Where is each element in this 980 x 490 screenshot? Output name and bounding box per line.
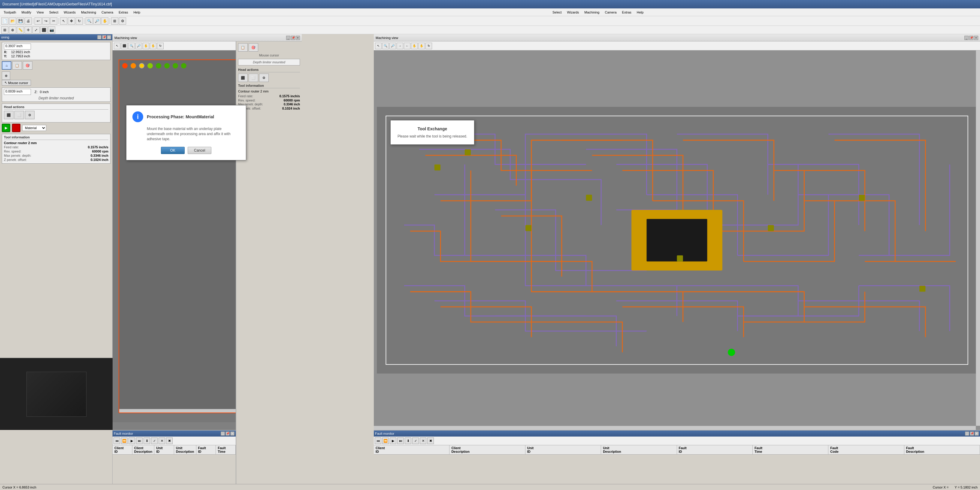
tb-cut[interactable]: ✂ — [50, 18, 57, 25]
tb-zoom-out[interactable]: 🔎 — [93, 18, 100, 25]
center-fault-minimize[interactable]: _ — [221, 431, 225, 436]
rv-pan2[interactable]: ✋ — [418, 43, 425, 49]
size-input[interactable]: 0.3937 inch — [4, 43, 31, 49]
center-view-minimize[interactable]: _ — [286, 36, 290, 40]
tb2-snap[interactable]: ⊕ — [9, 26, 16, 33]
tb-layers[interactable]: ⊞ — [111, 18, 118, 25]
crsp-head-3[interactable]: ⚙ — [259, 73, 269, 82]
tb-pan[interactable]: ✋ — [101, 18, 108, 25]
head-action-1-btn[interactable]: ⬛ — [4, 111, 14, 119]
center-fault-pin[interactable]: 📌 — [226, 431, 230, 436]
rfault-rewind[interactable]: ⏮ — [375, 438, 381, 444]
crsp-icon-1[interactable]: 📋 — [238, 43, 248, 52]
tb2-grid[interactable]: ⊞ — [1, 26, 8, 33]
rv-rotate[interactable]: ↻ — [425, 43, 432, 49]
board-icon-btn[interactable]: 📋 — [12, 61, 22, 70]
rv-zoom-out[interactable]: 🔎 — [390, 43, 396, 49]
cv-zoom-btn[interactable]: 🔍 — [128, 43, 135, 49]
menu-select[interactable]: Select — [47, 10, 61, 15]
left-panel-close[interactable]: × — [107, 35, 111, 39]
tb-redo[interactable]: ↪ — [42, 18, 49, 25]
tb2-camera[interactable]: 📷 — [48, 26, 55, 33]
fault-cancel-x[interactable]: ✕ — [159, 438, 165, 444]
tb2-move2[interactable]: ⤢ — [32, 26, 40, 33]
tb-print[interactable]: 🖨 — [25, 18, 32, 25]
menu-view[interactable]: View — [34, 10, 46, 15]
target-icon-btn[interactable]: 🎯 — [23, 61, 32, 70]
rv-back[interactable]: ← — [404, 43, 410, 49]
fault-cross[interactable]: ✖ — [166, 438, 173, 444]
speed-input[interactable]: 0.0039 inch — [4, 89, 31, 95]
menu-right-help[interactable]: Help — [635, 10, 646, 15]
fault-check[interactable]: ✓ — [151, 438, 158, 444]
menu-machining[interactable]: Machining — [79, 10, 99, 15]
tb-rotate[interactable]: ↻ — [76, 18, 83, 25]
right-fault-close[interactable]: × — [975, 431, 979, 436]
right-view-close[interactable]: × — [974, 36, 978, 40]
menu-wizards[interactable]: Wizards — [61, 10, 78, 15]
tb-select[interactable]: ↖ — [60, 18, 67, 25]
rv-forward[interactable]: → — [397, 43, 403, 49]
material-dropdown[interactable]: Material — [22, 125, 46, 131]
cv-pan2-btn[interactable]: ✋ — [150, 43, 156, 49]
rv-zoom-in[interactable]: 🔍 — [382, 43, 389, 49]
rv-arrow[interactable]: ↖ — [375, 43, 382, 49]
cv-arrow-btn[interactable]: ↖ — [114, 43, 120, 49]
right-scrollbar-h[interactable] — [374, 426, 976, 430]
crosshair-icon-btn[interactable]: ⊕ — [2, 72, 10, 80]
menu-right-select[interactable]: Select — [550, 10, 564, 15]
cv-zoom-out-btn[interactable]: 🔎 — [135, 43, 142, 49]
tb-new[interactable]: 📄 — [1, 18, 8, 25]
menu-modify[interactable]: Modify — [19, 10, 33, 15]
tb2-measure[interactable]: 📏 — [17, 26, 24, 33]
fault-rewind[interactable]: ⏮ — [113, 438, 120, 444]
rfault-step-fwd[interactable]: ⏭ — [397, 438, 404, 444]
stop-button[interactable] — [12, 124, 21, 132]
right-view-minimize[interactable]: _ — [964, 36, 969, 40]
crsp-head-2[interactable]: ⬜ — [248, 73, 258, 82]
menu-toolpath[interactable]: Toolpath — [1, 10, 19, 15]
crsp-head-1[interactable]: ⬛ — [238, 73, 248, 82]
play-button[interactable]: ▶ — [2, 124, 10, 132]
rfault-cross[interactable]: ✖ — [427, 438, 434, 444]
rv-pan[interactable]: ✋ — [411, 43, 418, 49]
tb-save[interactable]: 💾 — [17, 18, 24, 25]
dialog-ok-button[interactable]: OK — [161, 147, 185, 154]
menu-right-machining[interactable]: Machining — [582, 10, 602, 15]
tb-move[interactable]: ✥ — [68, 18, 75, 25]
left-panel-minimize[interactable]: _ — [97, 35, 102, 39]
crsp-icon-2[interactable]: 🎯 — [248, 43, 258, 52]
tb2-crosshair[interactable]: ✛ — [25, 26, 32, 33]
menu-camera[interactable]: Camera — [99, 10, 116, 15]
right-fault-minimize[interactable]: _ — [965, 431, 969, 436]
center-view-close[interactable]: × — [296, 36, 300, 40]
fault-step-fwd[interactable]: ⏭ — [136, 438, 143, 444]
fault-back[interactable]: ⏪ — [121, 438, 127, 444]
dialog-cancel-button[interactable]: Cancel — [188, 147, 212, 154]
fault-play[interactable]: ▶ — [129, 438, 135, 444]
right-view-pin[interactable]: 📌 — [969, 36, 974, 40]
cv-select-btn[interactable]: ⬛ — [121, 43, 127, 49]
rfault-play[interactable]: ▶ — [390, 438, 396, 444]
menu-right-wizards[interactable]: Wizards — [565, 10, 582, 15]
tb-undo[interactable]: ↩ — [35, 18, 42, 25]
menu-right-camera[interactable]: Camera — [602, 10, 619, 15]
cv-rotate-btn[interactable]: ↻ — [157, 43, 164, 49]
right-fault-pin[interactable]: 📌 — [970, 431, 974, 436]
home-icon-btn[interactable]: ⌂ — [2, 61, 11, 70]
rfault-check[interactable]: ✓ — [412, 438, 419, 444]
mouse-cursor-button[interactable]: ↖ Mouse cursor — [2, 80, 31, 86]
menu-extras[interactable]: Extras — [116, 10, 130, 15]
tb-properties[interactable]: ⚙ — [119, 18, 126, 25]
tb2-view3d[interactable]: ⬛ — [40, 26, 48, 33]
tb-open[interactable]: 📂 — [9, 18, 16, 25]
head-action-3-btn[interactable]: ⚙ — [25, 111, 35, 119]
rfault-down[interactable]: ⬇ — [405, 438, 411, 444]
rfault-back[interactable]: ⏪ — [382, 438, 389, 444]
left-panel-pin[interactable]: 📌 — [102, 35, 106, 39]
menu-help[interactable]: Help — [131, 10, 143, 15]
center-view-pin[interactable]: 📌 — [291, 36, 295, 40]
rfault-cancel-x[interactable]: ✕ — [420, 438, 426, 444]
fault-down[interactable]: ⬇ — [143, 438, 150, 444]
cv-pan-btn[interactable]: ✋ — [143, 43, 149, 49]
